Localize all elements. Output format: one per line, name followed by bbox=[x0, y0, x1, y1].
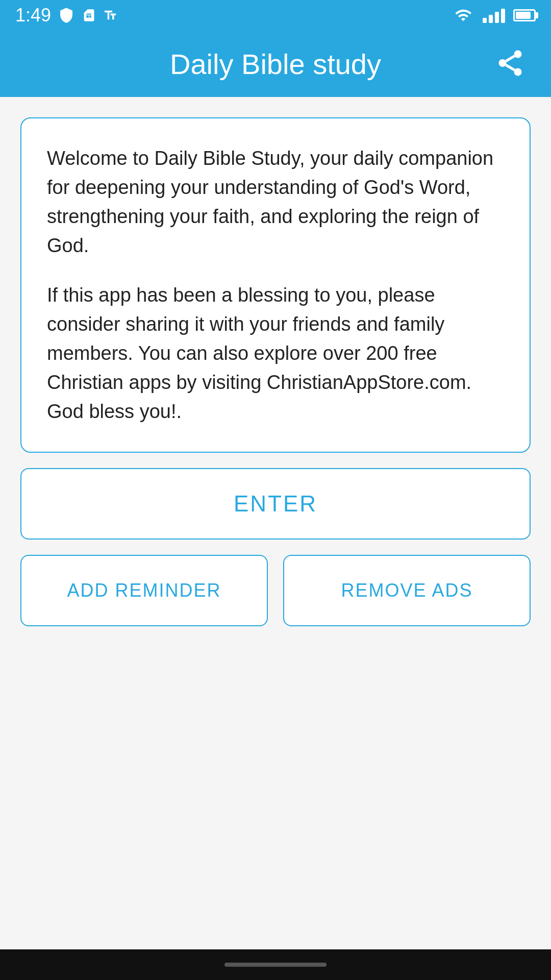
welcome-paragraph-2: If this app has been a blessing to you, … bbox=[47, 281, 504, 426]
status-left: 1:49 bbox=[15, 5, 117, 26]
signal-bars-icon bbox=[483, 8, 505, 23]
wifi-icon bbox=[452, 7, 474, 24]
enter-button-label: ENTER bbox=[234, 491, 317, 517]
battery-icon bbox=[513, 9, 536, 21]
app-bar: Daily Bible study bbox=[0, 31, 551, 97]
welcome-text: Welcome to Daily Bible Study, your daily… bbox=[47, 144, 504, 426]
share-icon bbox=[495, 48, 525, 79]
welcome-card: Welcome to Daily Bible Study, your daily… bbox=[20, 117, 531, 453]
home-indicator bbox=[224, 963, 327, 967]
remove-ads-button[interactable]: REMOVE ADS bbox=[283, 555, 531, 626]
enter-button[interactable]: ENTER bbox=[20, 468, 531, 540]
remove-ads-label: REMOVE ADS bbox=[341, 580, 472, 601]
add-reminder-button[interactable]: ADD REMINDER bbox=[20, 555, 268, 626]
status-time: 1:49 bbox=[15, 5, 51, 26]
welcome-paragraph-1: Welcome to Daily Bible Study, your daily… bbox=[47, 144, 504, 260]
status-bar: 1:49 bbox=[0, 0, 551, 31]
svg-line-3 bbox=[506, 65, 514, 70]
bottom-nav bbox=[0, 949, 551, 980]
svg-point-1 bbox=[499, 59, 507, 67]
shield-icon bbox=[58, 7, 74, 23]
battery-fill bbox=[516, 12, 531, 19]
page-title: Daily Bible study bbox=[170, 47, 381, 81]
text-format-icon bbox=[103, 8, 117, 22]
bottom-buttons-row: ADD REMINDER REMOVE ADS bbox=[20, 555, 531, 626]
svg-line-4 bbox=[506, 56, 514, 61]
share-button[interactable] bbox=[490, 43, 531, 85]
add-reminder-label: ADD REMINDER bbox=[67, 580, 221, 601]
sim-card-icon bbox=[82, 8, 96, 22]
status-right bbox=[452, 7, 536, 24]
svg-point-0 bbox=[514, 51, 522, 58]
main-content: Welcome to Daily Bible Study, your daily… bbox=[0, 97, 551, 949]
svg-point-2 bbox=[514, 68, 522, 76]
